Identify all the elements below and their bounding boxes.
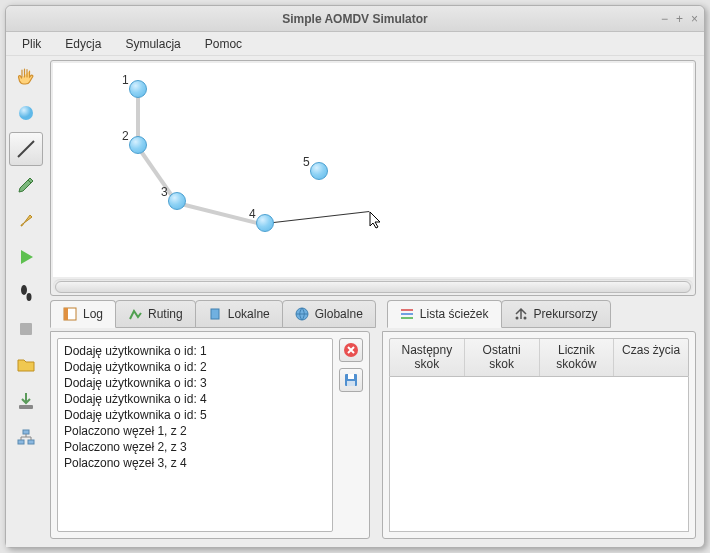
floppy-icon (343, 372, 359, 388)
log-textarea[interactable]: Dodaję użytkownika o id: 1Dodaję użytkow… (57, 338, 333, 532)
stop-icon (18, 321, 34, 337)
list-icon (400, 307, 414, 321)
log-line: Dodaję użytkownika o id: 3 (64, 375, 326, 391)
svg-point-17 (523, 317, 526, 320)
stop-button[interactable] (9, 312, 43, 346)
app-window: Simple AOMDV Simulator − + × Plik Edycja… (5, 5, 705, 548)
edge-tool-button[interactable] (9, 132, 43, 166)
save-down-icon (16, 391, 36, 411)
log-line: Dodaję użytkownika o id: 5 (64, 407, 326, 423)
save-button[interactable] (9, 384, 43, 418)
dropper-icon (16, 175, 36, 195)
svg-rect-10 (64, 308, 68, 320)
graph-node-label: 3 (161, 185, 168, 199)
network-icon (16, 428, 36, 446)
right-tab-group: Lista ścieżek Prekursorzy (387, 300, 610, 328)
svg-rect-6 (23, 430, 29, 434)
delete-icon (343, 342, 359, 358)
horizontal-scrollbar[interactable] (53, 279, 693, 293)
left-tab-group: Log Ruting Lokalne Globalne (50, 300, 375, 328)
svg-rect-13 (401, 309, 413, 311)
prekursorzy-icon (514, 307, 528, 321)
folder-icon (16, 356, 36, 374)
svg-point-3 (27, 293, 32, 301)
scrollbar-thumb[interactable] (55, 281, 691, 293)
clear-log-button[interactable] (339, 338, 363, 362)
window-title: Simple AOMDV Simulator (282, 12, 428, 26)
table-body[interactable] (389, 377, 689, 532)
th-czas-zycia[interactable]: Czas życia (614, 339, 688, 376)
close-button[interactable]: × (691, 12, 698, 26)
node-tool-button[interactable] (9, 96, 43, 130)
globe-icon (295, 307, 309, 321)
tab-globalne[interactable]: Globalne (282, 300, 376, 328)
step-button[interactable] (9, 276, 43, 310)
tab-lokalne-label: Lokalne (228, 307, 270, 321)
svg-rect-15 (401, 317, 413, 319)
menubar: Plik Edycja Symulacja Pomoc (6, 32, 704, 56)
menu-pomoc[interactable]: Pomoc (195, 34, 252, 54)
play-button[interactable] (9, 240, 43, 274)
log-line: Polaczono węzeł 3, z 4 (64, 455, 326, 471)
table-header: Następny skok Ostatni skok Licznik skokó… (389, 338, 689, 377)
cursor-icon (369, 211, 383, 232)
vertical-toolbar (6, 56, 46, 547)
th-nastepny-skok[interactable]: Następny skok (390, 339, 465, 376)
svg-rect-21 (347, 381, 355, 386)
svg-rect-5 (19, 405, 33, 409)
menu-plik[interactable]: Plik (12, 34, 51, 54)
svg-rect-7 (18, 440, 24, 444)
circle-icon (16, 103, 36, 123)
menu-symulacja[interactable]: Symulacja (115, 34, 190, 54)
graph-node-label: 5 (303, 155, 310, 169)
open-button[interactable] (9, 348, 43, 382)
log-line: Polaczono węzeł 2, z 3 (64, 439, 326, 455)
tab-prekursorzy[interactable]: Prekursorzy (501, 300, 611, 328)
footprint-icon (17, 283, 35, 303)
graph-node[interactable] (256, 214, 274, 232)
network-button[interactable] (9, 420, 43, 454)
play-icon (17, 248, 35, 266)
graph-node[interactable] (310, 162, 328, 180)
log-buttons (339, 338, 363, 532)
menu-edycja[interactable]: Edycja (55, 34, 111, 54)
svg-line-1 (18, 141, 34, 157)
graph-node[interactable] (129, 80, 147, 98)
graph-node[interactable] (168, 192, 186, 210)
brush-tool-button[interactable] (9, 204, 43, 238)
svg-rect-14 (401, 313, 413, 315)
hand-tool-button[interactable] (9, 60, 43, 94)
th-ostatni-skok[interactable]: Ostatni skok (465, 339, 540, 376)
tab-lista-label: Lista ścieżek (420, 307, 489, 321)
picker-tool-button[interactable] (9, 168, 43, 202)
tab-lokalne[interactable]: Lokalne (195, 300, 283, 328)
tab-log-label: Log (83, 307, 103, 321)
tab-lista-sciezek[interactable]: Lista ścieżek (387, 300, 502, 328)
graph-node[interactable] (129, 136, 147, 154)
save-log-button[interactable] (339, 368, 363, 392)
tab-log[interactable]: Log (50, 300, 116, 328)
line-icon (15, 138, 37, 160)
main-area: 12345 Log Ruting (46, 56, 704, 547)
svg-rect-8 (28, 440, 34, 444)
log-line: Polaczono węzeł 1, z 2 (64, 423, 326, 439)
svg-point-2 (21, 285, 27, 295)
log-line: Dodaję użytkownika o id: 4 (64, 391, 326, 407)
log-line: Dodaję użytkownika o id: 2 (64, 359, 326, 375)
window-controls: − + × (661, 12, 698, 26)
maximize-button[interactable]: + (676, 12, 683, 26)
lokalne-icon (208, 307, 222, 321)
log-panel: Dodaję użytkownika o id: 1Dodaję użytkow… (50, 331, 370, 539)
minimize-button[interactable]: − (661, 12, 668, 26)
svg-rect-11 (211, 309, 219, 319)
hand-icon (15, 66, 37, 88)
tab-globalne-label: Globalne (315, 307, 363, 321)
simulation-canvas[interactable]: 12345 (53, 63, 693, 277)
th-licznik-skokow[interactable]: Licznik skoków (540, 339, 615, 376)
titlebar[interactable]: Simple AOMDV Simulator − + × (6, 6, 704, 32)
tab-ruting[interactable]: Ruting (115, 300, 196, 328)
tab-prekursorzy-label: Prekursorzy (534, 307, 598, 321)
body-area: 12345 Log Ruting (6, 56, 704, 547)
svg-point-0 (19, 106, 33, 120)
graph-edge (265, 211, 369, 224)
